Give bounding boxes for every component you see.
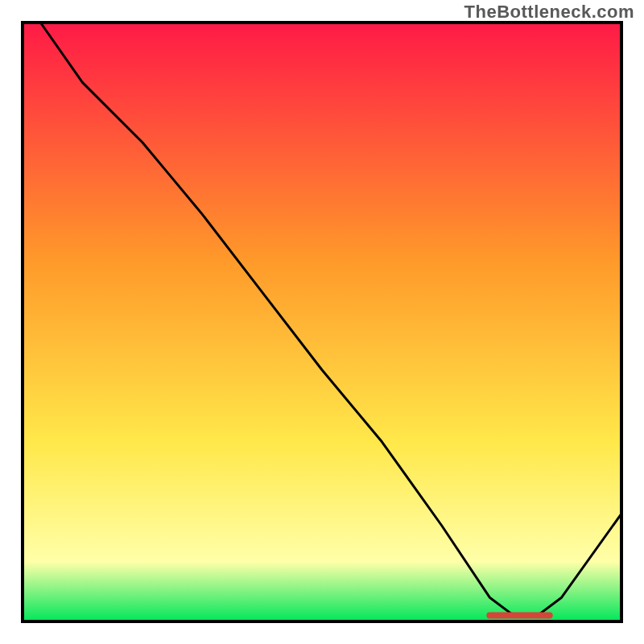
chart-svg [0, 0, 644, 644]
chart-stage: TheBottleneck.com [0, 0, 644, 644]
watermark-text: TheBottleneck.com [464, 2, 634, 23]
